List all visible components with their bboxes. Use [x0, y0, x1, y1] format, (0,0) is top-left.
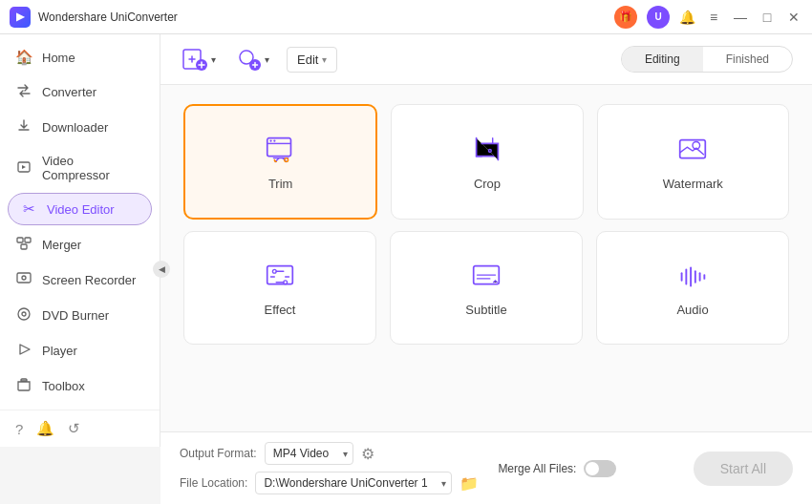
sidebar-item-screen-recorder[interactable]: Screen Recorder [0, 262, 160, 298]
sidebar-item-merger[interactable]: Merger [0, 227, 160, 262]
refresh-icon[interactable]: ↺ [68, 420, 80, 437]
app-title: Wondershare UniConverter [38, 10, 178, 24]
start-all-button[interactable]: Start All [694, 452, 793, 486]
dvd-burner-icon [15, 306, 32, 325]
sidebar-item-home[interactable]: 🏠 Home [0, 40, 160, 74]
sidebar-item-video-editor[interactable]: ✂ Video Editor [8, 193, 152, 225]
title-bar-left: ▶ Wondershare UniConverter [10, 7, 614, 28]
sidebar-item-label: Downloader [42, 120, 108, 135]
file-location-label: File Location: [180, 476, 247, 490]
tab-finished[interactable]: Finished [703, 47, 792, 72]
sidebar-item-label: Merger [42, 238, 81, 252]
sidebar-item-video-compressor[interactable]: Video Compressor [0, 145, 160, 191]
svg-point-15 [284, 158, 288, 162]
watermark-icon [674, 133, 711, 169]
output-format-field: Output Format: MP4 Video ⚙ [180, 442, 479, 465]
svg-rect-1 [17, 238, 23, 242]
title-bar-controls: 🎁 U 🔔 ≡ — □ ✕ [614, 6, 802, 29]
title-bar: ▶ Wondershare UniConverter 🎁 U 🔔 ≡ — □ ✕ [0, 0, 812, 34]
add-dropdown-arrow[interactable]: ▾ [211, 54, 216, 65]
settings-dropdown-arrow[interactable]: ▾ [265, 54, 269, 65]
sidebar-bottom: ? 🔔 ↺ [0, 410, 160, 447]
content-area: ▾ ▾ Edit ▾ Editing Finished [160, 34, 812, 504]
folder-open-icon[interactable]: 📁 [459, 474, 479, 493]
notification-icon[interactable]: 🔔 [679, 10, 695, 25]
svg-rect-2 [25, 238, 31, 242]
sidebar-item-player[interactable]: Player [0, 333, 160, 368]
add-file-button[interactable]: ▾ [180, 44, 218, 74]
video-compressor-icon [15, 159, 32, 178]
menu-icon[interactable]: ≡ [705, 9, 722, 26]
card-subtitle[interactable]: Subtitle [390, 231, 583, 345]
settings-button[interactable]: ▾ [233, 44, 271, 74]
card-subtitle-label: Subtitle [465, 303, 506, 317]
output-format-label: Output Format: [180, 447, 257, 460]
file-location-select-wrapper[interactable]: D:\Wondershare UniConverter 1 [255, 472, 452, 494]
card-audio-label: Audio [676, 303, 708, 317]
card-crop[interactable]: Crop [391, 104, 583, 220]
sidebar-item-label: Toolbox [42, 379, 85, 393]
main-layout: 🏠 Home Converter [0, 34, 812, 504]
sidebar-item-label: DVD Burner [42, 308, 109, 323]
video-editor-icon: ✂ [20, 200, 37, 218]
add-file-icon [182, 46, 208, 73]
sidebar: 🏠 Home Converter [0, 34, 160, 447]
crop-icon [469, 133, 505, 169]
sidebar-item-downloader[interactable]: Downloader [0, 110, 160, 145]
card-effect[interactable]: Effect [183, 231, 376, 345]
player-icon [15, 342, 32, 360]
svg-rect-4 [17, 273, 31, 283]
user-icon[interactable]: U [647, 6, 670, 29]
sidebar-item-label: Screen Recorder [42, 273, 136, 287]
minimize-button[interactable]: — [732, 9, 749, 26]
converter-icon [15, 83, 32, 101]
app-logo: ▶ [10, 7, 31, 28]
output-format-select[interactable]: MP4 Video [265, 442, 353, 465]
svg-point-6 [18, 308, 30, 320]
bottom-bar: Output Format: MP4 Video ⚙ File Location… [160, 431, 812, 504]
card-trim-label: Trim [268, 177, 293, 191]
merge-toggle-track[interactable] [584, 460, 616, 477]
svg-point-20 [272, 269, 276, 273]
output-format-select-wrapper[interactable]: MP4 Video [265, 442, 353, 465]
sidebar-item-label: Video Editor [47, 202, 115, 217]
sidebar-item-label: Home [42, 51, 75, 65]
card-effect-label: Effect [264, 303, 295, 317]
card-watermark-label: Watermark [663, 177, 723, 191]
svg-rect-19 [267, 266, 293, 284]
sidebar-item-converter[interactable]: Converter [0, 74, 160, 110]
gift-icon[interactable]: 🎁 [614, 6, 637, 29]
card-audio[interactable]: Audio [596, 231, 789, 345]
card-crop-label: Crop [474, 177, 501, 191]
help-icon[interactable]: ? [15, 421, 23, 437]
sidebar-item-dvd-burner[interactable]: DVD Burner [0, 298, 160, 333]
grid-row-1: Trim Crop [183, 104, 789, 220]
card-trim[interactable]: Trim [183, 104, 377, 220]
sidebar-item-toolbox[interactable]: Toolbox [0, 368, 160, 404]
edit-dropdown[interactable]: Edit ▾ [287, 47, 337, 73]
sidebar-collapse-button[interactable]: ◀ [153, 261, 170, 278]
card-watermark[interactable]: Watermark [597, 104, 789, 220]
trim-icon [263, 133, 299, 169]
close-button[interactable]: ✕ [785, 9, 802, 26]
file-location-select[interactable]: D:\Wondershare UniConverter 1 [255, 472, 452, 494]
edit-dropdown-label: Edit [297, 52, 318, 67]
home-icon: 🏠 [15, 49, 32, 66]
output-settings-icon[interactable]: ⚙ [361, 445, 374, 463]
effect-icon [262, 259, 298, 295]
maximize-button[interactable]: □ [759, 9, 776, 26]
screen-recorder-icon [15, 271, 32, 289]
merge-toggle-thumb [586, 462, 599, 475]
sidebar-item-label: Video Compressor [42, 154, 144, 182]
svg-point-5 [22, 276, 26, 280]
subtitle-icon [468, 259, 504, 295]
tab-group: Editing Finished [621, 46, 793, 73]
sidebar-wrapper: 🏠 Home Converter [0, 34, 160, 504]
merge-all-toggle: Merge All Files: [498, 460, 616, 477]
svg-point-13 [269, 139, 271, 141]
grid-area: Trim Crop [160, 85, 812, 431]
merge-all-label: Merge All Files: [498, 462, 576, 475]
search-settings-icon [235, 46, 262, 73]
alert-icon[interactable]: 🔔 [36, 420, 54, 437]
tab-editing[interactable]: Editing [622, 47, 703, 72]
